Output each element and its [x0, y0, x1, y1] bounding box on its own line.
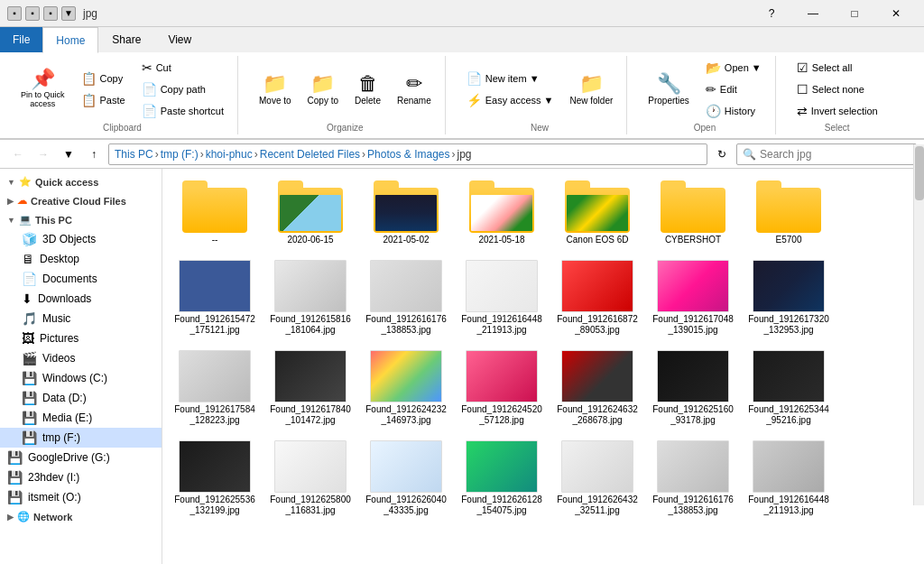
- file-item-folder-e5700[interactable]: E5700: [744, 176, 834, 250]
- file-item-img-i7[interactable]: Found_1912617320_132953.jpg: [744, 255, 834, 340]
- sidebar-item-documents[interactable]: 📄 Documents: [0, 269, 162, 289]
- file-item-img-i12[interactable]: Found_1912624632_268678.jpg: [552, 346, 642, 430]
- file-item-img-i2[interactable]: Found_1912615816_181064.jpg: [265, 255, 356, 340]
- folder-name-2021a: 2021-05-02: [383, 235, 429, 245]
- sidebar-item-itsmeit[interactable]: 💾 itsmeit (O:): [0, 487, 162, 507]
- cut-button[interactable]: ✂Cut: [135, 58, 230, 78]
- file-item-img-i18[interactable]: Found_1912626128_154075.jpg: [457, 436, 547, 521]
- file-item-folder-2021a[interactable]: 2021-05-02: [361, 176, 451, 250]
- forward-button[interactable]: →: [32, 143, 54, 165]
- search-icon: 🔍: [743, 148, 756, 161]
- up-button[interactable]: ↑: [83, 143, 105, 165]
- select-none-button[interactable]: ☐Select none: [790, 79, 884, 99]
- new-folder-button[interactable]: 📁 New folder: [563, 71, 619, 108]
- file-item-img-i3[interactable]: Found_1912616176_138853.jpg: [361, 255, 451, 340]
- paste-button[interactable]: 📋Paste: [75, 90, 132, 110]
- sidebar-network-header[interactable]: ▶ 🌐 Network: [0, 507, 162, 526]
- sidebar-item-music[interactable]: 🎵 Music: [0, 309, 162, 328]
- delete-icon: 🗑: [358, 74, 378, 94]
- new-item-button[interactable]: 📄New item ▼: [460, 69, 560, 88]
- file-item-img-i5[interactable]: Found_1912616872_89053.jpg: [552, 255, 642, 340]
- paste-shortcut-button[interactable]: 📄Paste shortcut: [135, 101, 230, 121]
- file-item-img-i10[interactable]: Found_1912624232_146973.jpg: [361, 346, 451, 430]
- file-item-folder-empty[interactable]: --: [170, 176, 260, 250]
- sidebar-item-google-drive[interactable]: 💾 GoogleDrive (G:): [0, 448, 162, 467]
- path-recent-deleted[interactable]: Recent Deleted Files: [260, 148, 360, 161]
- file-item-img-i21[interactable]: Found_1912616448_211913.jpg: [744, 436, 834, 521]
- move-to-button[interactable]: 📁 Move to: [253, 71, 298, 108]
- sidebar-item-23hdev[interactable]: 💾 23hdev (I:): [0, 467, 162, 487]
- tab-file[interactable]: File: [0, 27, 42, 52]
- sidebar-item-downloads[interactable]: ⬇ Downloads: [0, 289, 162, 309]
- quick-access-dropdown[interactable]: ▼: [61, 6, 76, 21]
- file-item-folder-canon[interactable]: Canon EOS 6D: [552, 176, 642, 250]
- path-tmp[interactable]: tmp (F:): [161, 148, 199, 161]
- file-item-img-i8[interactable]: Found_1912617584_128223.jpg: [170, 346, 260, 430]
- quick-access-icon-2[interactable]: ▪: [25, 6, 40, 21]
- file-item-folder-cybershot[interactable]: CYBERSHOT: [648, 176, 738, 250]
- file-item-img-i14[interactable]: Found_1912625344_95216.jpg: [744, 346, 834, 430]
- sidebar-item-desktop[interactable]: 🖥 Desktop: [0, 249, 162, 269]
- sidebar-item-tmp-f[interactable]: 💾 tmp (F:): [0, 428, 162, 448]
- copy-path-button[interactable]: 📄Copy path: [135, 79, 230, 99]
- sidebar-item-videos[interactable]: 🎬 Videos: [0, 348, 162, 368]
- sidebar-creative-cloud-header[interactable]: ▶ ☁ Creative Cloud Files: [0, 191, 162, 210]
- file-item-img-i16[interactable]: Found_1912625800_116831.jpg: [265, 436, 356, 521]
- easy-access-button[interactable]: ⚡Easy access ▼: [460, 90, 560, 110]
- recent-locations-button[interactable]: ▼: [58, 143, 79, 165]
- sidebar-item-pictures[interactable]: 🖼 Pictures: [0, 328, 162, 348]
- sidebar-item-data-d[interactable]: 💾 Data (D:): [0, 388, 162, 408]
- sidebar-quick-access-header[interactable]: ▼ ⭐ Quick access: [0, 172, 162, 191]
- file-item-img-i17[interactable]: Found_1912626040_43335.jpg: [361, 436, 451, 521]
- file-item-img-i11[interactable]: Found_1912624520_57128.jpg: [457, 346, 547, 430]
- file-item-img-i20[interactable]: Found_1912616176_138853.jpg: [648, 436, 738, 521]
- img-thumb-i6: [657, 260, 729, 312]
- address-path[interactable]: This PC › tmp (F:) › khoi-phuc › Recent …: [108, 143, 707, 165]
- delete-button[interactable]: 🗑 Delete: [348, 71, 387, 108]
- close-button[interactable]: ✕: [875, 0, 917, 27]
- minimize-button[interactable]: —: [792, 0, 834, 27]
- ribbon-group-open: 🔧 Properties 📂Open ▼ ✏Edit 🕐History Open: [634, 56, 775, 134]
- file-item-img-i19[interactable]: Found_1912626432_32511.jpg: [552, 436, 642, 521]
- copy-to-button[interactable]: 📁 Copy to: [301, 71, 345, 108]
- refresh-button[interactable]: ↻: [711, 143, 733, 165]
- rename-button[interactable]: ✏ Rename: [391, 71, 438, 108]
- path-this-pc[interactable]: This PC: [115, 148, 153, 161]
- tab-view[interactable]: View: [154, 27, 205, 52]
- pin-to-quick-access-button[interactable]: 📌 Pin to Quickaccess: [14, 67, 71, 112]
- tab-share[interactable]: Share: [98, 27, 154, 52]
- select-all-button[interactable]: ☑Select all: [790, 58, 884, 78]
- scrollbar-thumb[interactable]: [915, 169, 924, 200]
- file-item-img-i6[interactable]: Found_1912617048_139015.jpg: [648, 255, 738, 340]
- file-item-img-i9[interactable]: Found_1912617840_101472.jpg: [265, 346, 356, 430]
- pin-label: Pin to Quickaccess: [21, 91, 65, 109]
- file-item-folder-2021b[interactable]: 2021-05-18: [457, 176, 547, 250]
- quick-access-icon-3[interactable]: ▪: [43, 6, 58, 21]
- file-item-img-i13[interactable]: Found_1912625160_93178.jpg: [648, 346, 738, 430]
- path-khoi-phuc[interactable]: khoi-phuc: [206, 148, 253, 161]
- open-button[interactable]: 📂Open ▼: [699, 58, 768, 78]
- sidebar-item-media-e[interactable]: 💾 Media (E:): [0, 408, 162, 428]
- copy-button[interactable]: 📋Copy: [75, 69, 132, 88]
- sidebar-this-pc-header[interactable]: ▼ 💻 This PC: [0, 210, 162, 229]
- invert-selection-button[interactable]: ⇄Invert selection: [790, 101, 884, 121]
- history-button[interactable]: 🕐History: [699, 101, 768, 121]
- scrollbar-track[interactable]: [913, 169, 924, 505]
- properties-button[interactable]: 🔧 Properties: [642, 71, 696, 108]
- tab-home[interactable]: Home: [42, 27, 98, 53]
- file-item-folder-2020[interactable]: 2020-06-15: [265, 176, 356, 250]
- search-input[interactable]: [760, 148, 910, 161]
- quick-access-icon-1[interactable]: ▪: [7, 6, 22, 21]
- back-button[interactable]: ←: [7, 143, 29, 165]
- sidebar-item-windows-c[interactable]: 💾 Windows (C:): [0, 368, 162, 388]
- edit-button[interactable]: ✏Edit: [699, 79, 768, 99]
- file-item-img-i1[interactable]: Found_1912615472_175121.jpg: [170, 255, 260, 340]
- help-button[interactable]: ?: [751, 0, 792, 27]
- file-item-img-i4[interactable]: Found_1912616448_211913.jpg: [457, 255, 547, 340]
- path-photos[interactable]: Photos & Images: [367, 148, 449, 161]
- image-row-3: Found_1912617584_128223.jpg Found_191261…: [170, 346, 917, 430]
- maximize-button[interactable]: □: [834, 0, 875, 27]
- file-item-img-i15[interactable]: Found_1912625536_132199.jpg: [170, 436, 260, 521]
- sidebar-item-3d-objects[interactable]: 🧊 3D Objects: [0, 229, 162, 249]
- search-box[interactable]: 🔍: [736, 143, 917, 165]
